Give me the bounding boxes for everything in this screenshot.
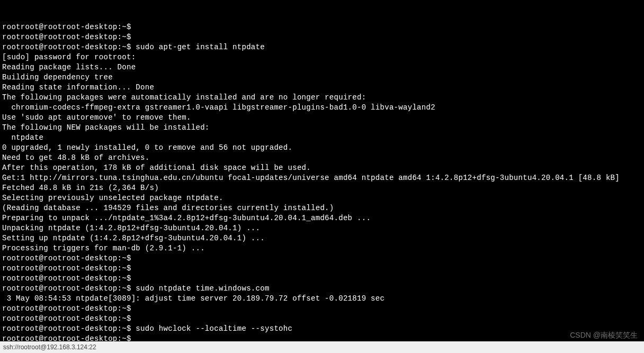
terminal-line: chromium-codecs-ffmpeg-extra gstreamer1.… (2, 103, 642, 113)
terminal-line: rootroot@rootroot-desktop:~$ sudo hwcloc… (2, 324, 642, 334)
terminal-line: rootroot@rootroot-desktop:~$ (2, 274, 642, 284)
terminal-line: 0 upgraded, 1 newly installed, 0 to remo… (2, 143, 642, 153)
terminal-line: rootroot@rootroot-desktop:~$ (2, 314, 642, 324)
terminal-line: Need to get 48.8 kB of archives. (2, 153, 642, 163)
terminal-line: After this operation, 178 kB of addition… (2, 163, 642, 173)
terminal-line: Preparing to unpack .../ntpdate_1%3a4.2.… (2, 213, 642, 223)
terminal-line: Setting up ntpdate (1:4.2.8p12+dfsg-3ubu… (2, 233, 642, 243)
terminal-line: Get:1 http://mirrors.tuna.tsinghua.edu.c… (2, 173, 642, 183)
terminal-line: 3 May 08:54:53 ntpdate[3089]: adjust tim… (2, 294, 642, 304)
terminal-line: Selecting previously unselected package … (2, 193, 642, 203)
terminal-line: rootroot@rootroot-desktop:~$ (2, 264, 642, 274)
terminal-line: rootroot@rootroot-desktop:~$ sudo ntpdat… (2, 284, 642, 294)
terminal-line: Unpacking ntpdate (1:4.2.8p12+dfsg-3ubun… (2, 223, 642, 233)
terminal-line: Use 'sudo apt autoremove' to remove them… (2, 113, 642, 123)
terminal-line: Building dependency tree (2, 73, 642, 83)
terminal-line: rootroot@rootroot-desktop:~$ sudo apt-ge… (2, 42, 642, 52)
status-bar: ssh://rootroot@192.168.3.124:22 (0, 341, 644, 353)
terminal-output[interactable]: rootroot@rootroot-desktop:~$rootroot@roo… (0, 0, 644, 353)
terminal-line: Reading package lists... Done (2, 62, 642, 73)
ssh-connection-label: ssh://rootroot@192.168.3.124:22 (3, 343, 96, 351)
terminal-line: rootroot@rootroot-desktop:~$ (2, 22, 642, 32)
terminal-line: The following packages were automaticall… (2, 93, 642, 103)
terminal-line: ntpdate (2, 133, 642, 143)
terminal-line: rootroot@rootroot-desktop:~$ (2, 32, 642, 42)
terminal-line: Fetched 48.8 kB in 21s (2,364 B/s) (2, 183, 642, 193)
terminal-line: The following NEW packages will be insta… (2, 123, 642, 133)
terminal-line: [sudo] password for rootroot: (2, 52, 642, 62)
terminal-line: Processing triggers for man-db (2.9.1-1)… (2, 243, 642, 254)
terminal-line: rootroot@rootroot-desktop:~$ (2, 254, 642, 264)
terminal-line: (Reading database ... 194529 files and d… (2, 203, 642, 213)
terminal-line: Reading state information... Done (2, 83, 642, 93)
terminal-line: rootroot@rootroot-desktop:~$ (2, 304, 642, 314)
